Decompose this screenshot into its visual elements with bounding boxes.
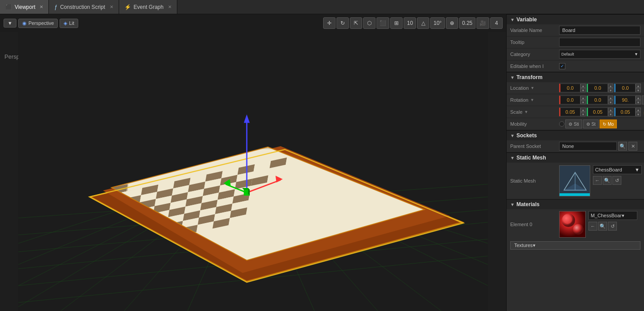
transform-space-button[interactable]: ⬡: [363, 17, 376, 29]
scale-z-up[interactable]: ▲: [636, 108, 641, 112]
scale-label: Scale ▼: [510, 109, 559, 115]
mobility-movable-btn[interactable]: ↻ Mo: [600, 120, 617, 128]
rotation-x-input[interactable]: [559, 96, 580, 104]
scale-y-down[interactable]: ▼: [608, 112, 613, 116]
rotation-z-down[interactable]: ▼: [636, 100, 641, 104]
scale-y-arrows: ▲ ▼: [608, 108, 613, 116]
perspective-button[interactable]: ◉ Perspective: [18, 19, 58, 28]
scale-x-input[interactable]: [559, 108, 580, 116]
rotation-value: ▲ ▼ ▲ ▼ ▲ ▼: [559, 96, 644, 104]
rotation-label: Rotation ▼: [510, 97, 559, 103]
mobility-stationary-btn[interactable]: ⚙ St: [583, 120, 599, 128]
location-y-down[interactable]: ▼: [608, 88, 613, 92]
location-z-up[interactable]: ▲: [636, 84, 641, 88]
variable-section-header[interactable]: ▼ Variable: [507, 14, 644, 24]
parent-socket-clear-button[interactable]: ✕: [628, 142, 637, 151]
parent-socket-search-button[interactable]: 🔍: [618, 142, 627, 151]
variable-section-arrow: ▼: [510, 17, 515, 22]
parent-socket-input[interactable]: [559, 142, 617, 151]
rotate-tool-button[interactable]: ↻: [336, 17, 349, 29]
rotation-z-up[interactable]: ▲: [636, 96, 641, 100]
mobility-movable-icon: ↻: [603, 122, 606, 127]
mobility-static-btn[interactable]: ⚙ Sti: [565, 120, 582, 128]
tab-viewport-close[interactable]: ✕: [40, 4, 43, 9]
scale-value-label: 0.25: [462, 20, 472, 26]
editable-row: Editable when I: [507, 60, 644, 72]
scale-snapping-button[interactable]: ⊕: [446, 17, 458, 29]
sockets-section-header[interactable]: ▼ Sockets: [507, 130, 644, 140]
rotation-y-down[interactable]: ▼: [608, 100, 613, 104]
rotation-x-up[interactable]: ▲: [580, 96, 586, 100]
mesh-reset-button[interactable]: ↺: [612, 176, 621, 185]
mobility-stationary-label: St: [592, 122, 596, 127]
materials-section-header[interactable]: ▼ Materials: [507, 199, 644, 209]
angle-value-label: 10°: [433, 20, 441, 26]
angle-value-button[interactable]: 10°: [430, 17, 444, 29]
camera-value-button[interactable]: 4: [490, 17, 503, 29]
rotation-y-up[interactable]: ▲: [608, 96, 613, 100]
material-thumbnail: [559, 211, 586, 238]
location-x-arrows: ▲ ▼: [580, 84, 586, 92]
variable-name-input[interactable]: [559, 26, 640, 35]
category-value: Default ▼: [559, 50, 640, 59]
tab-event-graph[interactable]: ⚡ Event Graph ✕: [119, 0, 177, 14]
location-x-up[interactable]: ▲: [580, 84, 586, 88]
grid-value-button[interactable]: 10: [404, 17, 416, 29]
mesh-name-text: ChessBoard: [595, 167, 622, 172]
scene-svg: [0, 32, 506, 311]
material-name-dropdown[interactable]: M_ChessBoar▾: [588, 211, 637, 220]
tab-construction[interactable]: ƒ Construction Script ✕: [49, 0, 119, 14]
scale-z-down[interactable]: ▼: [636, 112, 641, 116]
static-mesh-row: Static Mesh ChessBoard ▼: [507, 163, 644, 199]
mesh-search-button[interactable]: 🔍: [603, 176, 612, 185]
material-search-button[interactable]: 🔍: [598, 222, 607, 231]
transform-section-header[interactable]: ▼ Transform: [507, 72, 644, 82]
static-mesh-section-header[interactable]: ▼ Static Mesh: [507, 152, 644, 163]
svg-point-124: [562, 214, 575, 227]
category-dropdown[interactable]: Default ▼: [559, 50, 640, 59]
rotation-reset-button[interactable]: ↺: [642, 96, 644, 104]
scale-y-input[interactable]: [587, 108, 608, 116]
scale-y-up[interactable]: ▲: [608, 108, 613, 112]
viewport-panel: ▼ ◉ Perspective ◈ Lit ✛ ↻ ⇱ ⬡ ⬛ ⊞ 10: [0, 14, 506, 311]
editable-checkbox[interactable]: [559, 63, 565, 69]
viewport-options-button[interactable]: ▼: [4, 19, 16, 28]
perspective-label: Perspective: [28, 20, 54, 26]
location-y-input[interactable]: [587, 84, 608, 92]
grid-snapping-button[interactable]: ⊞: [390, 17, 403, 29]
scale-value-button[interactable]: 0.25: [459, 17, 476, 29]
mesh-name-dropdown[interactable]: ChessBoard ▼: [593, 165, 642, 174]
location-row: Location ▼ ▲ ▼ ▲ ▼: [507, 82, 644, 94]
location-z-input[interactable]: [614, 84, 636, 92]
mobility-stationary-icon: ⚙: [586, 122, 590, 127]
tab-construction-close[interactable]: ✕: [110, 4, 113, 9]
rotation-z-input[interactable]: [614, 96, 636, 104]
scale-x-down[interactable]: ▼: [580, 112, 586, 116]
scale-x-up[interactable]: ▲: [580, 108, 586, 112]
location-z-down[interactable]: ▼: [636, 88, 641, 92]
rotation-y-input[interactable]: [587, 96, 608, 104]
material-navigate-button[interactable]: ←: [588, 222, 597, 231]
location-x-input[interactable]: [559, 84, 580, 92]
location-y-up[interactable]: ▲: [608, 84, 613, 88]
tab-event-close[interactable]: ✕: [168, 4, 172, 9]
angle-snapping-button[interactable]: △: [417, 17, 429, 29]
category-label: Category: [510, 52, 559, 57]
location-x-down[interactable]: ▼: [580, 88, 586, 92]
rotation-x-down[interactable]: ▼: [580, 100, 586, 104]
scale-tool-button[interactable]: ⇱: [350, 17, 362, 29]
mobility-toggle[interactable]: [559, 121, 564, 127]
camera-speed-button[interactable]: 🎥: [476, 17, 489, 29]
move-tool-button[interactable]: ✛: [323, 17, 336, 29]
rotation-row: Rotation ▼ ▲ ▼ ▲ ▼: [507, 94, 644, 106]
parent-socket-value: 🔍 ✕: [559, 142, 640, 151]
scale-z-input[interactable]: [614, 108, 636, 116]
material-reset-button[interactable]: ↺: [608, 222, 617, 231]
materials-section-title: Materials: [516, 201, 540, 207]
surface-snapping-button[interactable]: ⬛: [376, 17, 389, 29]
textures-button[interactable]: Textures▾: [510, 241, 640, 250]
lit-button[interactable]: ◈ Lit: [60, 19, 78, 28]
tab-viewport[interactable]: ⬛ Viewport ✕: [0, 0, 49, 14]
tooltip-input[interactable]: [559, 38, 640, 47]
mesh-navigate-button[interactable]: ←: [593, 176, 602, 185]
